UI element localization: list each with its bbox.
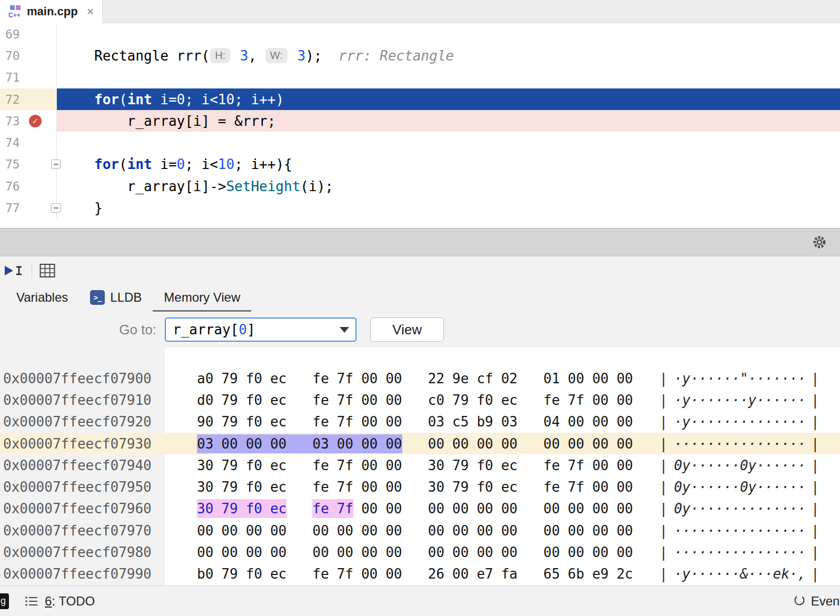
memory-byte[interactable]: 00 <box>312 521 329 540</box>
memory-byte[interactable]: 00 <box>428 499 444 518</box>
memory-byte[interactable]: 79 <box>452 391 469 410</box>
code-text[interactable]: r_array[i]->SetHeight(i); <box>57 175 840 197</box>
memory-byte[interactable]: 03 <box>501 412 517 431</box>
editor-gutter[interactable]: 71 <box>0 67 57 88</box>
memory-grid-icon[interactable] <box>39 263 55 278</box>
memory-byte[interactable]: 00 <box>386 499 402 518</box>
breakpoint-icon[interactable]: ✓ <box>29 115 42 127</box>
memory-byte[interactable]: fe <box>312 456 329 475</box>
memory-row[interactable]: 0x00007ffeecf079403079f0ecfe7f00003079f0… <box>0 454 840 476</box>
memory-byte[interactable]: f0 <box>246 564 262 583</box>
memory-byte[interactable]: fe <box>543 456 560 475</box>
memory-byte[interactable]: b0 <box>197 564 213 583</box>
memory-byte[interactable]: 00 <box>501 434 517 453</box>
memory-byte[interactable]: fe <box>543 478 560 496</box>
memory-byte[interactable]: 00 <box>246 521 262 540</box>
memory-byte[interactable]: 00 <box>221 521 238 540</box>
dropdown-arrow-icon[interactable] <box>333 327 355 333</box>
memory-byte[interactable]: 00 <box>617 543 633 562</box>
memory-byte[interactable]: ec <box>501 456 517 475</box>
memory-byte[interactable]: 00 <box>543 434 560 453</box>
memory-byte[interactable]: 00 <box>592 521 608 540</box>
memory-byte[interactable]: 79 <box>221 412 238 431</box>
memory-byte[interactable]: f0 <box>477 456 493 475</box>
memory-byte[interactable]: 7f <box>337 369 353 388</box>
memory-byte[interactable]: 00 <box>568 543 584 562</box>
memory-byte[interactable]: 30 <box>197 456 213 475</box>
memory-byte[interactable]: 00 <box>337 543 353 562</box>
memory-byte[interactable]: 90 <box>197 412 213 431</box>
memory-byte[interactable]: 00 <box>617 369 633 388</box>
memory-byte[interactable]: ec <box>270 391 286 410</box>
memory-byte[interactable]: a0 <box>197 369 213 388</box>
code-text[interactable]: for(int i=0; i<10; i++) <box>57 88 840 110</box>
toolwindow-badge[interactable]: g <box>0 593 9 609</box>
run-to-cursor-icon[interactable] <box>3 263 24 279</box>
tab-lldb[interactable]: >_ LLDB <box>79 285 153 312</box>
memory-row[interactable]: 0x00007ffeecf07900a079f0ecfe7f0000229ecf… <box>0 367 840 389</box>
memory-byte[interactable]: 00 <box>543 499 560 518</box>
memory-byte[interactable]: f0 <box>246 478 262 496</box>
memory-byte[interactable]: 00 <box>477 434 493 453</box>
memory-byte[interactable]: 00 <box>477 543 493 562</box>
memory-byte[interactable]: f0 <box>246 456 262 475</box>
code-line[interactable]: 75for(int i=0; i<10; i++){ <box>0 154 840 175</box>
memory-byte[interactable]: 79 <box>452 478 469 496</box>
editor-gutter[interactable]: 73✓ <box>0 110 57 132</box>
panel-splitter[interactable] <box>0 228 840 256</box>
memory-byte[interactable]: f0 <box>477 391 493 410</box>
memory-byte[interactable]: 7f <box>568 391 584 410</box>
view-button[interactable]: View <box>370 317 444 342</box>
memory-byte[interactable]: 00 <box>501 499 517 518</box>
memory-byte[interactable]: c5 <box>452 412 469 431</box>
memory-byte[interactable]: 79 <box>221 369 238 388</box>
code-text[interactable]: r_array[i] = &rrr; <box>57 110 840 132</box>
memory-byte[interactable]: 9e <box>452 369 469 388</box>
memory-byte[interactable]: ec <box>501 478 517 496</box>
editor-gutter[interactable]: 74 <box>0 132 57 153</box>
memory-byte[interactable]: 00 <box>452 564 469 583</box>
tab-memory-view[interactable]: Memory View <box>153 285 251 312</box>
memory-byte[interactable]: 00 <box>452 434 469 453</box>
memory-byte[interactable]: 6b <box>568 564 584 583</box>
settings-gear-icon[interactable] <box>812 234 827 250</box>
memory-byte[interactable]: 00 <box>428 434 444 453</box>
memory-byte[interactable]: fe <box>543 391 560 410</box>
memory-byte[interactable]: f0 <box>246 391 262 410</box>
memory-byte[interactable]: 04 <box>543 412 560 431</box>
memory-row[interactable]: 0x00007ffeecf079300300000003000000000000… <box>0 433 840 454</box>
memory-byte[interactable]: 00 <box>477 521 493 540</box>
memory-byte[interactable]: 03 <box>312 434 329 453</box>
memory-byte[interactable]: fe <box>312 499 329 518</box>
memory-byte[interactable]: 00 <box>617 456 633 475</box>
code-text[interactable]: for(int i=0; i<10; i++){ <box>57 154 840 175</box>
memory-byte[interactable]: 00 <box>543 521 560 540</box>
status-todo[interactable]: 6: TODO <box>45 594 95 609</box>
memory-byte[interactable]: ec <box>270 456 286 475</box>
code-text[interactable]: } <box>57 197 840 218</box>
fold-open-icon[interactable] <box>51 160 61 169</box>
memory-byte[interactable]: 00 <box>361 543 378 562</box>
memory-byte[interactable]: 00 <box>312 543 329 562</box>
code-text[interactable] <box>57 132 840 153</box>
editor-gutter[interactable]: 70 <box>0 45 57 66</box>
memory-byte[interactable]: 00 <box>361 521 378 540</box>
memory-byte[interactable]: 00 <box>221 543 238 562</box>
memory-byte[interactable]: 30 <box>428 478 444 496</box>
memory-byte[interactable]: f0 <box>246 369 262 388</box>
memory-byte[interactable]: 00 <box>568 412 584 431</box>
memory-byte[interactable]: 30 <box>197 499 213 518</box>
memory-byte[interactable]: 03 <box>428 412 444 431</box>
memory-byte[interactable]: 00 <box>568 499 584 518</box>
memory-byte[interactable]: 79 <box>221 499 238 518</box>
memory-byte[interactable]: 79 <box>221 564 238 583</box>
memory-byte[interactable]: 7f <box>337 478 353 496</box>
memory-byte[interactable]: 03 <box>197 434 213 453</box>
memory-byte[interactable]: 79 <box>221 391 238 410</box>
memory-byte[interactable]: f0 <box>246 499 262 518</box>
code-line[interactable]: 73✓ r_array[i] = &rrr; <box>0 110 840 132</box>
editor-gutter[interactable]: 75 <box>0 154 57 175</box>
memory-byte[interactable]: 00 <box>361 564 378 583</box>
memory-byte[interactable]: 00 <box>270 521 286 540</box>
close-icon[interactable]: × <box>87 5 94 18</box>
